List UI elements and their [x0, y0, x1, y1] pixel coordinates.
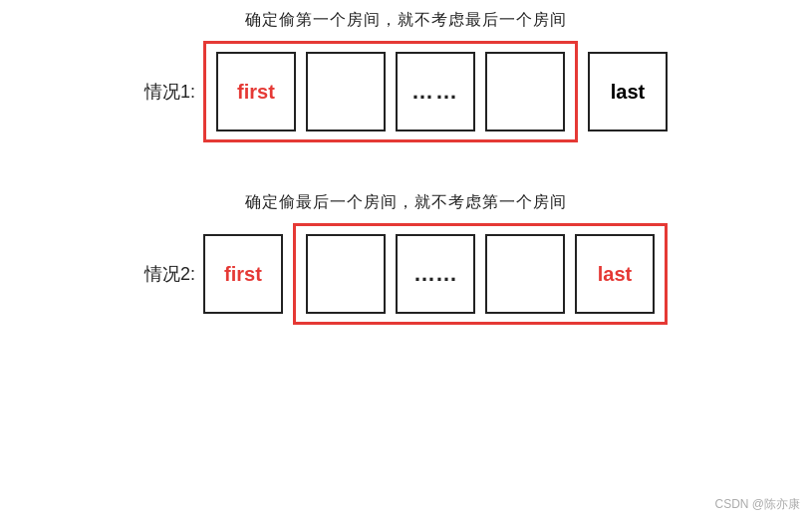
section2-box-first: first	[203, 234, 283, 314]
section1-row: 情况1: first …… last	[144, 41, 668, 142]
section2-red-group: …… last	[293, 223, 668, 325]
section2: 确定偷最后一个房间，就不考虑第一个房间 情况2: first …… last	[144, 192, 668, 325]
page-container: 确定偷第一个房间，就不考虑最后一个房间 情况1: first …… last 确…	[0, 0, 812, 521]
section2-box-ellipsis: ……	[396, 234, 475, 314]
section2-caption: 确定偷最后一个房间，就不考虑第一个房间	[245, 192, 567, 213]
section2-box-empty1	[306, 234, 386, 314]
watermark: CSDN @陈亦康	[714, 496, 800, 513]
section1-box-first: first	[216, 52, 296, 131]
section1-box-empty2	[485, 52, 565, 131]
section1-box-ellipsis: ……	[396, 52, 475, 131]
section2-row: 情况2: first …… last	[144, 223, 668, 325]
section1-box-empty1	[306, 52, 386, 131]
section1: 确定偷第一个房间，就不考虑最后一个房间 情况1: first …… last	[144, 10, 668, 142]
section2-box-last: last	[575, 234, 655, 314]
section1-red-group: first ……	[203, 41, 578, 142]
section1-box-last: last	[588, 52, 668, 131]
section1-case-label: 情况1:	[144, 80, 195, 104]
section1-caption: 确定偷第一个房间，就不考虑最后一个房间	[245, 10, 567, 31]
section2-box-empty2	[485, 234, 565, 314]
section2-case-label: 情况2:	[144, 262, 195, 286]
